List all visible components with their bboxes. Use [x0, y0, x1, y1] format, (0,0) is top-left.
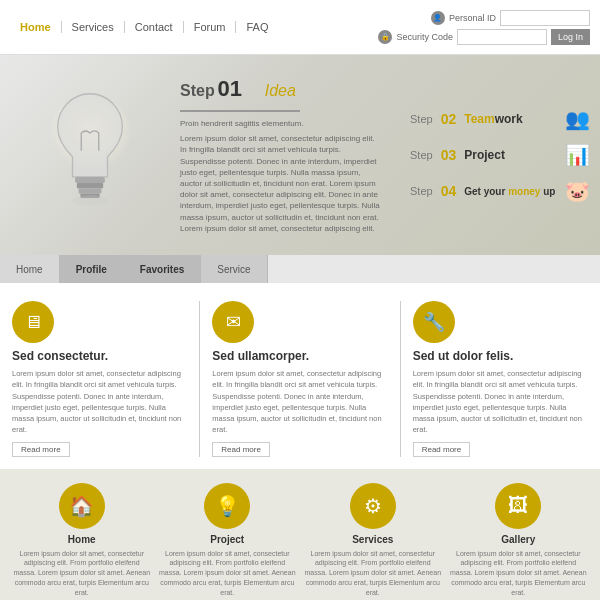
nav-item-services[interactable]: Services: [62, 21, 125, 33]
nav-item-faq[interactable]: FAQ: [236, 21, 278, 33]
tab-service[interactable]: Service: [201, 255, 267, 283]
header: Home Services Contact Forum FAQ 👤 Person…: [0, 0, 600, 55]
feature-col-1: 🖥 Sed consectetur. Lorem ipsum dolor sit…: [12, 301, 187, 457]
service-title-2: Project: [210, 534, 244, 545]
feature-title-2: Sed ullamcorper.: [212, 349, 387, 363]
bulb-area: [0, 85, 170, 225]
step4-title: Get your money up: [464, 186, 557, 197]
login-button[interactable]: Log In: [551, 29, 590, 45]
step1-main: Step 01 Idea: [180, 76, 390, 102]
desktop-icon: 🖥: [12, 301, 54, 343]
step1-label: Step: [180, 82, 215, 99]
feature-icon-1: 🖥: [12, 301, 187, 343]
feature-icon-3: 🔧: [413, 301, 588, 343]
feature-col-3: 🔧 Sed ut dolor felis. Lorem ipsum dolor …: [413, 301, 588, 457]
divider-1: [199, 301, 200, 457]
features-section: 🖥 Sed consectetur. Lorem ipsum dolor sit…: [0, 283, 600, 469]
step1-body: Lorem ipsum dolor sit amet, consectetur …: [180, 133, 380, 234]
step3-row: Step 03 Project 📊: [410, 143, 590, 167]
home-circle-icon: 🏠: [59, 483, 105, 529]
step3-title: Project: [464, 148, 557, 162]
service-title-3: Services: [352, 534, 393, 545]
step2-title: Teamwork: [464, 112, 557, 126]
person-icon: 👤: [431, 11, 445, 25]
step1-line: [180, 110, 300, 112]
read-more-1[interactable]: Read more: [12, 442, 70, 457]
wrench-icon: 🔧: [413, 301, 455, 343]
service-text-3: Lorem ipsum dolor sit amet, consectetur …: [303, 549, 443, 598]
service-text-4: Lorem ipsum dolor sit amet, consectetur …: [449, 549, 589, 598]
step1-subtitle: Proin hendrerit sagittis elementum.: [180, 118, 380, 129]
step2-row: Step 02 Teamwork 👥: [410, 107, 590, 131]
svg-rect-3: [79, 188, 102, 193]
read-more-2[interactable]: Read more: [212, 442, 270, 457]
money-icon: 🐷: [565, 179, 590, 203]
service-text-1: Lorem ipsum dolor sit amet, consectetur …: [12, 549, 152, 598]
feature-text-3: Lorem ipsum dolor sit amet, consectetur …: [413, 368, 588, 436]
step3-label: Step: [410, 149, 433, 161]
nav: Home Services Contact Forum FAQ: [10, 21, 378, 33]
security-code-label: Security Code: [396, 32, 453, 42]
tab-favorites[interactable]: Favorites: [124, 255, 201, 283]
security-code-input[interactable]: [457, 29, 547, 45]
svg-rect-2: [77, 183, 103, 188]
hero-section: Step 01 Idea Proin hendrerit sagittis el…: [0, 55, 600, 255]
security-code-row: 🔒 Security Code Log In: [378, 29, 590, 45]
step2-label: Step: [410, 113, 433, 125]
service-col-3: ⚙ Services Lorem ipsum dolor sit amet, c…: [303, 483, 443, 598]
step4-label: Step: [410, 185, 433, 197]
step3-num: 03: [441, 147, 457, 163]
personal-id-input[interactable]: [500, 10, 590, 26]
tab-profile[interactable]: Profile: [60, 255, 124, 283]
divider-2: [400, 301, 401, 457]
service-col-2: 💡 Project Lorem ipsum dolor sit amet, co…: [158, 483, 298, 598]
service-title-1: Home: [68, 534, 96, 545]
read-more-3[interactable]: Read more: [413, 442, 471, 457]
team-icon: 👥: [565, 107, 590, 131]
svg-rect-1: [75, 177, 105, 183]
step4-num: 04: [441, 183, 457, 199]
feature-col-2: ✉ Sed ullamcorper. Lorem ipsum dolor sit…: [212, 301, 387, 457]
service-title-4: Gallery: [501, 534, 535, 545]
gallery-circle-icon: 🖼: [495, 483, 541, 529]
step1-num: 01: [217, 76, 241, 101]
nav-item-home[interactable]: Home: [10, 21, 62, 33]
project-icon: 📊: [565, 143, 590, 167]
feature-icon-2: ✉: [212, 301, 387, 343]
personal-id-row: 👤 Personal ID: [431, 10, 590, 26]
personal-id-label: Personal ID: [449, 13, 496, 23]
hero-steps: Step 02 Teamwork 👥 Step 03 Project 📊 Ste…: [400, 97, 600, 213]
feature-text-2: Lorem ipsum dolor sit amet, consectetur …: [212, 368, 387, 436]
tabs-bar: Home Profile Favorites Service: [0, 255, 600, 283]
feature-title-1: Sed consectetur.: [12, 349, 187, 363]
tab-home[interactable]: Home: [0, 255, 60, 283]
services-circle-icon: ⚙: [350, 483, 396, 529]
step2-num: 02: [441, 111, 457, 127]
lock-icon: 🔒: [378, 30, 392, 44]
project-circle-icon: 💡: [204, 483, 250, 529]
step1-idea: Idea: [265, 82, 296, 99]
nav-item-forum[interactable]: Forum: [184, 21, 237, 33]
service-col-4: 🖼 Gallery Lorem ipsum dolor sit amet, co…: [449, 483, 589, 598]
header-right: 👤 Personal ID 🔒 Security Code Log In: [378, 10, 590, 45]
nav-item-contact[interactable]: Contact: [125, 21, 184, 33]
bulb-svg: [35, 85, 145, 225]
step4-row: Step 04 Get your money up 🐷: [410, 179, 590, 203]
service-text-2: Lorem ipsum dolor sit amet, consectetur …: [158, 549, 298, 598]
service-col-1: 🏠 Home Lorem ipsum dolor sit amet, conse…: [12, 483, 152, 598]
services-section: 🏠 Home Lorem ipsum dolor sit amet, conse…: [0, 469, 600, 601]
svg-point-5: [73, 195, 108, 206]
feature-text-1: Lorem ipsum dolor sit amet, consectetur …: [12, 368, 187, 436]
mail-icon: ✉: [212, 301, 254, 343]
hero-content: Step 01 Idea Proin hendrerit sagittis el…: [170, 66, 400, 244]
feature-title-3: Sed ut dolor felis.: [413, 349, 588, 363]
